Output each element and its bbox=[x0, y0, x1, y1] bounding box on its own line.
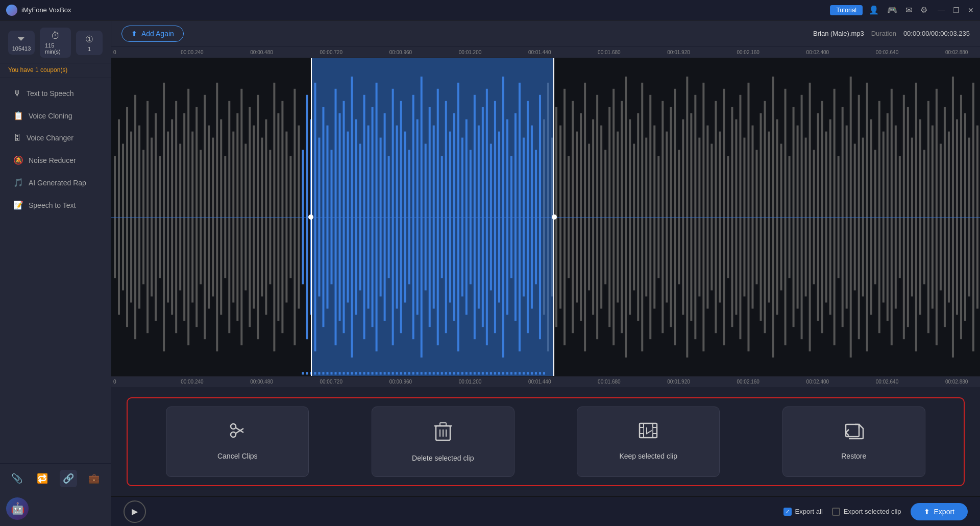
delete-clip-button[interactable]: Delete selected clip bbox=[372, 407, 514, 477]
selection-handle-right[interactable] bbox=[552, 214, 557, 220]
stat-box-time: ⏱ 115 min(s) bbox=[40, 28, 71, 58]
file-name: Brian (Male).mp3 bbox=[813, 30, 864, 37]
sidebar-item-speech-to-text[interactable]: 📝 Speech to Text bbox=[4, 194, 107, 216]
export-all-group: ✓ Export all bbox=[783, 508, 823, 516]
maximize-button[interactable]: ❐ bbox=[953, 6, 960, 14]
voice-changer-icon: 🎛 bbox=[13, 133, 21, 142]
bottom-ruler: 0 00:00.240 00:00.480 00:00.720 00:00.96… bbox=[111, 376, 980, 387]
minimize-button[interactable]: — bbox=[938, 6, 945, 14]
stat-time-icon: ⏱ bbox=[51, 31, 60, 41]
sidebar-item-label: Text to Speech bbox=[27, 89, 74, 98]
top-bar: ⬆ Add Again Brian (Male).mp3 Duration 00… bbox=[111, 20, 980, 47]
export-btn-icon: ⬆ bbox=[924, 508, 930, 516]
play-button[interactable]: ▶ bbox=[124, 500, 146, 523]
svg-line-216 bbox=[235, 428, 243, 434]
action-area: Cancel Clips Delete selected clip bbox=[111, 387, 980, 496]
sidebar: ⏷ 105413 ⏱ 115 min(s) ① 1 You have 1 cou… bbox=[0, 20, 111, 526]
coupon-text: You have 1 coupon(s) bbox=[8, 66, 67, 74]
sidebar-bottom-icons: 📎 🔁 🔗 💼 bbox=[0, 463, 111, 493]
title-bar: iMyFone VoxBox Tutorial 👤 🎮 ✉ ⚙ — ❐ ✕ bbox=[0, 0, 980, 20]
waveform-area[interactable] bbox=[111, 58, 980, 376]
close-button[interactable]: ✕ bbox=[968, 6, 974, 14]
center-line bbox=[111, 217, 980, 218]
title-icons: 👤 🎮 ✉ ⚙ bbox=[869, 5, 927, 15]
window-controls: — ❐ ✕ bbox=[938, 6, 974, 14]
main-layout: ⏷ 105413 ⏱ 115 min(s) ① 1 You have 1 cou… bbox=[0, 20, 980, 526]
sidebar-stats: ⏷ 105413 ⏱ 115 min(s) ① 1 bbox=[0, 20, 111, 63]
mail-icon[interactable]: ✉ bbox=[905, 5, 912, 15]
svg-rect-219 bbox=[440, 423, 446, 426]
repeat-icon[interactable]: 🔁 bbox=[34, 470, 51, 487]
trash-icon bbox=[434, 421, 452, 446]
nav-items: 🎙 Text to Speech 📋 Voice Cloning 🎛 Voice… bbox=[0, 78, 111, 463]
avatar[interactable]: 🤖 bbox=[6, 497, 29, 520]
content-area: ⬆ Add Again Brian (Male).mp3 Duration 00… bbox=[111, 20, 980, 526]
export-btn-label: Export bbox=[934, 508, 954, 516]
duration-label: Duration bbox=[871, 30, 896, 37]
restore-icon bbox=[844, 421, 864, 444]
voice-cloning-icon: 📋 bbox=[13, 111, 23, 121]
svg-point-213 bbox=[231, 424, 236, 429]
stat-box-num: ① 1 bbox=[76, 31, 103, 55]
cancel-clips-label: Cancel Clips bbox=[217, 452, 258, 460]
sidebar-item-label: Speech to Text bbox=[29, 201, 76, 209]
attachment-icon[interactable]: 📎 bbox=[8, 470, 26, 487]
top-ruler: 0 00:00.240 00:00.480 00:00.720 00:00.96… bbox=[111, 47, 980, 58]
title-bar-right: Tutorial 👤 🎮 ✉ ⚙ — ❐ ✕ bbox=[830, 5, 974, 15]
export-selected-checkbox[interactable] bbox=[832, 508, 840, 516]
duration-value: 00:00:00/00:00:03.235 bbox=[903, 30, 970, 37]
restore-button[interactable]: Restore bbox=[782, 407, 925, 477]
play-icon: ▶ bbox=[132, 507, 138, 516]
scissors-icon bbox=[228, 421, 247, 444]
text-to-speech-icon: 🎙 bbox=[13, 89, 21, 98]
svg-point-214 bbox=[231, 432, 236, 437]
tutorial-button[interactable]: Tutorial bbox=[830, 5, 863, 15]
coupon-bar: You have 1 coupon(s) bbox=[0, 63, 111, 78]
export-all-checkbox[interactable]: ✓ bbox=[783, 508, 792, 516]
sidebar-item-voice-cloning[interactable]: 📋 Voice Cloning bbox=[4, 105, 107, 127]
settings-icon[interactable]: ⚙ bbox=[920, 5, 927, 15]
delete-clip-label: Delete selected clip bbox=[412, 454, 474, 462]
briefcase-icon[interactable]: 💼 bbox=[85, 470, 103, 487]
selection-handle-left[interactable] bbox=[308, 214, 313, 220]
app-logo bbox=[6, 5, 17, 16]
cancel-clips-button[interactable]: Cancel Clips bbox=[166, 407, 309, 477]
stat-box-count: ⏷ 105413 bbox=[8, 31, 35, 55]
export-all-label: Export all bbox=[795, 508, 823, 515]
bottom-bar: ▶ ✓ Export all Export selected clip ⬆ Ex… bbox=[111, 496, 980, 526]
keep-clip-button[interactable]: Keep selected clip bbox=[577, 407, 720, 477]
sidebar-item-label: Voice Cloning bbox=[29, 112, 72, 120]
bottom-right: ✓ Export all Export selected clip ⬆ Expo… bbox=[783, 503, 968, 520]
add-again-button[interactable]: ⬆ Add Again bbox=[121, 26, 184, 42]
stat-num-value: 1 bbox=[88, 46, 91, 52]
speech-to-text-icon: 📝 bbox=[13, 200, 23, 210]
film-icon bbox=[638, 421, 658, 444]
export-selected-label: Export selected clip bbox=[844, 508, 901, 515]
stat-count-icon: ⏷ bbox=[17, 34, 26, 44]
account-icon[interactable]: 👤 bbox=[869, 5, 879, 15]
sidebar-item-label: Noise Reducer bbox=[29, 156, 76, 164]
sidebar-item-text-to-speech[interactable]: 🎙 Text to Speech bbox=[4, 83, 107, 104]
sidebar-item-voice-changer[interactable]: 🎛 Voice Changer bbox=[4, 127, 107, 149]
svg-line-215 bbox=[235, 427, 243, 433]
waveform-container: 0 00:00.240 00:00.480 00:00.720 00:00.96… bbox=[111, 47, 980, 387]
restore-label: Restore bbox=[841, 452, 866, 460]
link-icon[interactable]: 🔗 bbox=[60, 470, 77, 487]
sidebar-item-ai-rap[interactable]: 🎵 AI Generated Rap bbox=[4, 172, 107, 194]
upload-icon: ⬆ bbox=[131, 30, 137, 38]
sidebar-item-noise-reducer[interactable]: 🔕 Noise Reducer bbox=[4, 149, 107, 171]
discord-icon[interactable]: 🎮 bbox=[887, 5, 897, 15]
keep-clip-label: Keep selected clip bbox=[619, 452, 677, 460]
stat-count-value: 105413 bbox=[12, 45, 31, 52]
sidebar-item-label: Voice Changer bbox=[27, 134, 74, 142]
sidebar-item-label: AI Generated Rap bbox=[29, 179, 86, 187]
stat-time-value: 115 min(s) bbox=[45, 42, 66, 55]
ai-rap-icon: 🎵 bbox=[13, 178, 23, 187]
stat-num-icon: ① bbox=[85, 34, 93, 45]
noise-reducer-icon: 🔕 bbox=[13, 155, 23, 165]
action-buttons-wrapper: Cancel Clips Delete selected clip bbox=[127, 397, 965, 486]
app-title: iMyFone VoxBox bbox=[21, 6, 830, 14]
file-info: Brian (Male).mp3 Duration 00:00:00/00:00… bbox=[813, 30, 970, 37]
export-button[interactable]: ⬆ Export bbox=[911, 503, 968, 520]
export-selected-group: Export selected clip bbox=[832, 508, 901, 516]
